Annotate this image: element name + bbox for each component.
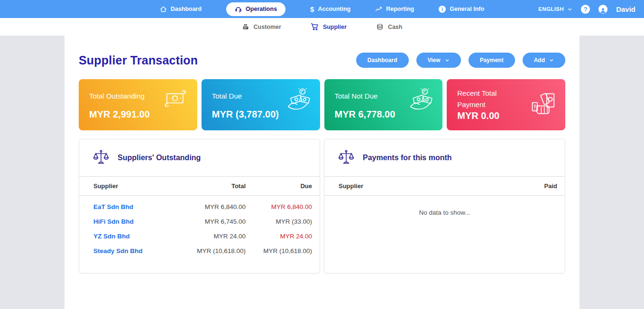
payments-month-panel: Payments for this month Supplier Paid No… (324, 139, 565, 273)
page-title: Supplier Transaction (79, 54, 198, 67)
sub-navbar: Customer Supplier Cash (0, 18, 644, 36)
column-header-supplier: Supplier (79, 177, 173, 196)
info-icon: i (439, 6, 446, 13)
nav-item-general-info[interactable]: i General Info (439, 6, 484, 13)
page-actions: Dashboard View Payment Add (356, 53, 565, 68)
question-icon: ? (584, 6, 588, 13)
chart-icon (375, 6, 382, 13)
nav-item-label: Accounting (318, 6, 350, 12)
add-menu-button[interactable]: Add (523, 53, 565, 68)
panel-header: Suppliers' Outstanding (79, 139, 320, 176)
nav-item-label: General Info (450, 6, 484, 12)
table-row: Steady Sdn Bhd MYR (10,618.00) MYR (10,6… (79, 244, 320, 258)
card-total-not-due: Total Not Due MYR 6,778.00 (324, 79, 443, 130)
table-header-row: Supplier Total Due (79, 177, 320, 196)
view-menu-button[interactable]: View (416, 53, 461, 68)
nav-item-reporting[interactable]: Reporting (375, 6, 414, 13)
nav-item-dashboard[interactable]: Dashboard (160, 6, 202, 13)
card-value: MYR 2,991.00 (89, 109, 187, 120)
total-value: MYR 6,745.00 (173, 214, 252, 229)
nav-item-label: Dashboard (171, 6, 202, 12)
supplier-link[interactable]: YZ Sdn Bhd (79, 229, 173, 244)
nav-item-accounting[interactable]: $ Accounting (310, 5, 350, 13)
button-label: Add (534, 57, 545, 64)
panels-row: Suppliers' Outstanding Supplier Total Du… (79, 139, 565, 273)
card-total-outstanding: Total Outstanding MYR 2,991.00 (79, 79, 197, 130)
panel-title: Suppliers' Outstanding (118, 154, 201, 162)
button-label: Payment (480, 57, 504, 64)
cash-in-hand-icon (530, 91, 557, 117)
column-header-total: Total (173, 177, 252, 196)
chevron-down-icon (445, 58, 450, 63)
card-total-due: Total Due MYR (3,787.00) (202, 79, 320, 130)
language-label: ENGLISH (538, 6, 564, 12)
hand-coin-icon (286, 87, 312, 111)
payments-table: Supplier Paid (324, 176, 565, 196)
chevron-down-icon (549, 58, 554, 63)
table-header-row: Supplier Paid (324, 177, 565, 196)
banknote-transfer-icon (162, 87, 189, 110)
supplier-link[interactable]: HiFi Sdn Bhd (79, 214, 173, 229)
help-button[interactable]: ? (581, 5, 590, 14)
due-value: MYR (10,618.00) (252, 244, 320, 258)
button-label: Dashboard (368, 57, 397, 64)
hand-coin-icon (408, 87, 434, 111)
top-nav-right: ENGLISH ? David (538, 0, 635, 18)
subnav-item-label: Cash (388, 24, 403, 30)
subnav-item-customer[interactable]: Customer (242, 23, 281, 31)
cash-register-icon (242, 23, 249, 31)
supplier-link[interactable]: Steady Sdn Bhd (79, 244, 173, 258)
total-value: MYR 6,840.00 (173, 196, 252, 215)
total-value: MYR 24.00 (173, 229, 252, 244)
table-row: EaT Sdn Bhd MYR 6,840.00 MYR 6,840.00 (79, 196, 320, 215)
column-header-due: Due (252, 177, 320, 196)
subnav-item-supplier[interactable]: Supplier (311, 23, 347, 31)
main-content: Supplier Transaction Dashboard View Paym… (64, 36, 580, 309)
top-navbar: Dashboard Operations $ Accounting Report… (0, 0, 644, 18)
payment-button[interactable]: Payment (469, 53, 515, 68)
page-header: Supplier Transaction Dashboard View Paym… (79, 53, 565, 68)
top-nav-menu: Dashboard Operations $ Accounting Report… (160, 2, 484, 16)
table-row: HiFi Sdn Bhd MYR 6,745.00 MYR (33.00) (79, 214, 320, 229)
coins-icon (376, 23, 384, 31)
dashboard-button[interactable]: Dashboard (356, 53, 409, 68)
panel-title: Payments for this month (363, 154, 452, 162)
subnav-item-label: Supplier (323, 24, 347, 30)
column-header-supplier: Supplier (324, 177, 475, 196)
user-avatar[interactable] (598, 5, 607, 14)
person-icon (599, 7, 607, 14)
scales-icon (92, 149, 110, 166)
table-row: YZ Sdn Bhd MYR 24.00 MYR 24.00 (79, 229, 320, 244)
stat-cards: Total Outstanding MYR 2,991.00 Total Due… (79, 79, 565, 130)
empty-state-message: No data to show... (324, 196, 565, 273)
due-value: MYR (33.00) (252, 214, 320, 229)
card-label: Recent Total Payment (457, 88, 510, 110)
username[interactable]: David (616, 5, 635, 13)
due-value: MYR 24.00 (252, 229, 320, 244)
card-recent-total-payment: Recent Total Payment MYR 0.00 (447, 79, 565, 130)
panel-header: Payments for this month (324, 139, 565, 176)
subnav-item-label: Customer (254, 24, 281, 30)
button-label: View (428, 57, 441, 64)
total-value: MYR (10,618.00) (173, 244, 252, 258)
nav-item-operations[interactable]: Operations (226, 2, 285, 16)
dollar-icon: $ (310, 5, 314, 13)
outstanding-table: Supplier Total Due EaT Sdn Bhd MYR 6,840… (79, 176, 320, 258)
subnav-item-cash[interactable]: Cash (376, 23, 403, 31)
home-icon (160, 6, 167, 13)
scales-icon (338, 149, 355, 166)
supplier-link[interactable]: EaT Sdn Bhd (79, 196, 173, 215)
operations-icon (235, 6, 242, 13)
nav-item-label: Reporting (386, 6, 414, 12)
suppliers-outstanding-panel: Suppliers' Outstanding Supplier Total Du… (79, 139, 320, 273)
column-header-paid: Paid (475, 177, 565, 196)
nav-item-label: Operations (246, 6, 277, 12)
due-value: MYR 6,840.00 (252, 196, 320, 215)
chevron-down-icon (567, 7, 572, 12)
language-selector[interactable]: ENGLISH (538, 6, 572, 12)
cart-icon (311, 23, 319, 31)
